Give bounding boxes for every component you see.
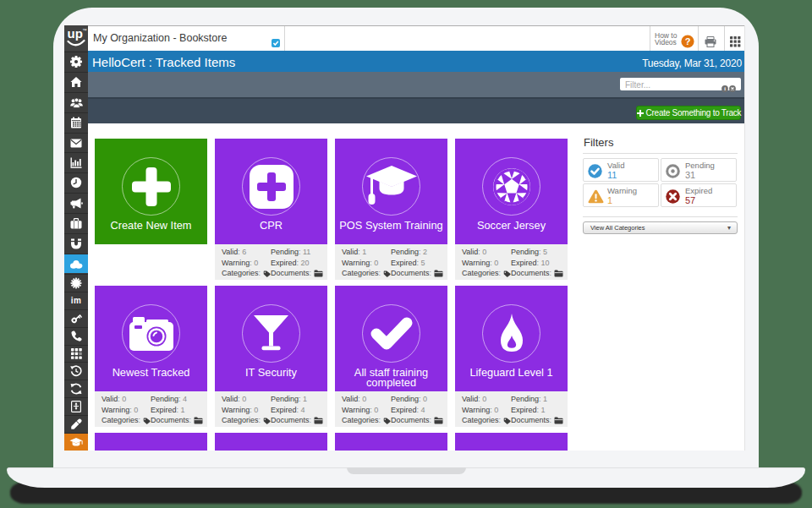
- svg-text:™: ™: [83, 28, 88, 33]
- svg-text:?: ?: [685, 36, 691, 46]
- svg-text:i: i: [724, 85, 726, 91]
- svg-text:up: up: [68, 26, 83, 41]
